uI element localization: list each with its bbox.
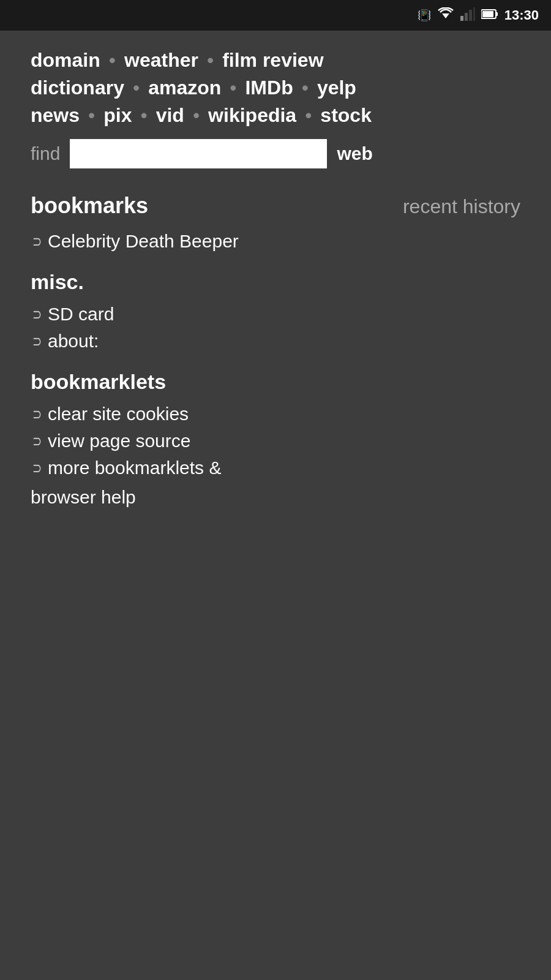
- separator: •: [140, 104, 147, 127]
- svg-rect-7: [496, 12, 498, 16]
- find-label: find: [31, 143, 60, 164]
- battery-icon: [481, 9, 498, 23]
- recent-history-label[interactable]: recent history: [403, 195, 520, 218]
- list-item[interactable]: ⊃ Celebrity Death Beeper: [31, 231, 520, 252]
- separator: •: [193, 104, 200, 127]
- bookmarklet-clear-cookies[interactable]: clear site cookies: [48, 404, 189, 424]
- link-vid[interactable]: vid: [156, 104, 184, 127]
- misc-title: misc.: [31, 270, 520, 294]
- separator: •: [230, 77, 236, 99]
- chevron-icon: ⊃: [32, 332, 42, 351]
- bookmarks-header-row: bookmarks recent history: [31, 193, 520, 219]
- svg-rect-1: [460, 16, 463, 21]
- bookmarklet-more[interactable]: more bookmarklets &: [48, 458, 221, 478]
- chevron-icon: ⊃: [32, 305, 42, 324]
- status-time: 13:30: [504, 7, 539, 23]
- link-wikipedia[interactable]: wikipedia: [208, 104, 296, 127]
- separator: •: [305, 104, 312, 127]
- web-label: web: [337, 143, 372, 164]
- chevron-icon: ⊃: [32, 405, 42, 424]
- link-yelp[interactable]: yelp: [317, 77, 356, 99]
- link-amazon[interactable]: amazon: [148, 77, 221, 99]
- svg-rect-4: [473, 7, 475, 21]
- svg-rect-2: [465, 13, 468, 21]
- chevron-icon: ⊃: [32, 459, 42, 478]
- status-icons: 📳 13:30: [418, 7, 539, 24]
- svg-marker-0: [442, 13, 449, 18]
- link-news[interactable]: news: [31, 104, 80, 127]
- separator: •: [302, 77, 309, 99]
- list-item[interactable]: ⊃ SD card: [31, 304, 520, 325]
- list-item[interactable]: ⊃ about:: [31, 331, 520, 352]
- quick-links-row2: dictionary • amazon • IMDb • yelp: [31, 77, 520, 99]
- link-stock[interactable]: stock: [320, 104, 372, 127]
- bookmarklets-section: bookmarklets ⊃ clear site cookies ⊃ view…: [31, 370, 520, 510]
- browser-help-text[interactable]: browser help: [31, 484, 520, 510]
- bookmarklet-view-source[interactable]: view page source: [48, 431, 190, 451]
- bookmarks-title: bookmarks: [31, 193, 148, 219]
- chevron-icon: ⊃: [32, 432, 42, 451]
- wifi-icon: [437, 7, 454, 24]
- bookmarks-section: bookmarks recent history ⊃ Celebrity Dea…: [31, 193, 520, 252]
- misc-sd-card[interactable]: SD card: [48, 304, 114, 325]
- misc-section: misc. ⊃ SD card ⊃ about:: [31, 270, 520, 352]
- vibrate-icon: 📳: [418, 9, 431, 22]
- separator: •: [88, 104, 95, 127]
- signal-icon: [460, 7, 475, 24]
- status-bar: 📳 13:30: [0, 0, 551, 31]
- link-dictionary[interactable]: dictionary: [31, 77, 124, 99]
- quick-links-row3: news • pix • vid • wikipedia • stock: [31, 104, 520, 127]
- bookmark-celebrity-death-beeper[interactable]: Celebrity Death Beeper: [48, 231, 239, 252]
- bookmarklets-title: bookmarklets: [31, 370, 520, 394]
- chevron-icon: ⊃: [32, 232, 42, 251]
- link-weather[interactable]: weather: [124, 49, 198, 72]
- quick-links-row1: domain • weather • film review: [31, 49, 520, 72]
- svg-rect-3: [469, 10, 472, 21]
- misc-about[interactable]: about:: [48, 331, 99, 352]
- link-imdb[interactable]: IMDb: [245, 77, 293, 99]
- link-pix[interactable]: pix: [103, 104, 132, 127]
- list-item[interactable]: ⊃ more bookmarklets &: [31, 458, 520, 478]
- main-content: domain • weather • film review dictionar…: [0, 31, 551, 547]
- svg-rect-6: [482, 11, 493, 17]
- list-item[interactable]: ⊃ clear site cookies: [31, 404, 520, 424]
- link-domain[interactable]: domain: [31, 49, 100, 72]
- search-row: find web: [31, 139, 520, 168]
- search-input[interactable]: [70, 139, 327, 168]
- separator: •: [109, 49, 116, 72]
- separator: •: [207, 49, 214, 72]
- link-film-review[interactable]: film review: [222, 49, 323, 72]
- list-item[interactable]: ⊃ view page source: [31, 431, 520, 451]
- separator: •: [133, 77, 140, 99]
